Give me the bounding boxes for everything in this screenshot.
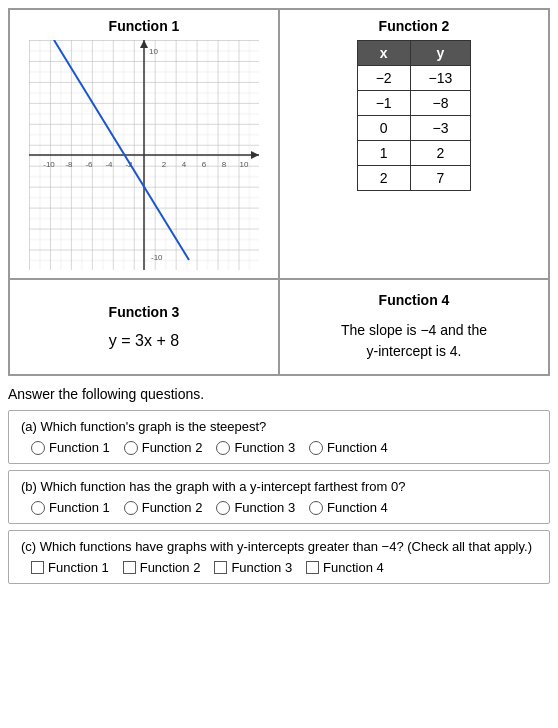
svg-text:2: 2: [162, 160, 167, 169]
function4-title: Function 4: [379, 292, 450, 308]
svg-text:-8: -8: [65, 160, 73, 169]
option-a-4[interactable]: Function 4: [309, 440, 388, 455]
cell-y: 2: [410, 141, 471, 166]
cell-x: 1: [357, 141, 410, 166]
options-row-c: Function 1Function 2Function 3Function 4: [21, 560, 537, 575]
question-text-a: (a) Which function's graph is the steepe…: [21, 419, 537, 434]
function4-cell: Function 4 The slope is −4 and the y-int…: [279, 279, 549, 375]
question-text-c: (c) Which functions have graphs with y-i…: [21, 539, 537, 554]
svg-text:-4: -4: [105, 160, 113, 169]
option-c-2[interactable]: Function 2: [123, 560, 201, 575]
answer-section: Answer the following questions. (a) Whic…: [8, 386, 550, 584]
options-row-b: Function 1Function 2Function 3Function 4: [21, 500, 537, 515]
checkbox-c-1[interactable]: [31, 561, 44, 574]
radio-a-4[interactable]: [309, 441, 323, 455]
option-label-b-3: Function 3: [234, 500, 295, 515]
questions-container: (a) Which function's graph is the steepe…: [8, 410, 550, 584]
cell-y: −13: [410, 66, 471, 91]
function3-title: Function 3: [109, 304, 180, 320]
radio-b-1[interactable]: [31, 501, 45, 515]
col-x-header: x: [357, 41, 410, 66]
radio-b-2[interactable]: [124, 501, 138, 515]
svg-text:4: 4: [182, 160, 187, 169]
checkbox-c-2[interactable]: [123, 561, 136, 574]
table-row: −2−13: [357, 66, 471, 91]
option-a-2[interactable]: Function 2: [124, 440, 203, 455]
radio-b-4[interactable]: [309, 501, 323, 515]
radio-a-3[interactable]: [216, 441, 230, 455]
option-b-3[interactable]: Function 3: [216, 500, 295, 515]
graph-svg: -10 -8 -6 -4 -2 2 4 6 8 10 10 -10: [29, 40, 259, 270]
functions-grid: Function 1: [8, 8, 550, 376]
radio-a-1[interactable]: [31, 441, 45, 455]
option-label-c-2: Function 2: [140, 560, 201, 575]
option-c-4[interactable]: Function 4: [306, 560, 384, 575]
option-label-c-1: Function 1: [48, 560, 109, 575]
question-box-a: (a) Which function's graph is the steepe…: [8, 410, 550, 464]
function2-title: Function 2: [379, 18, 450, 34]
checkbox-c-4[interactable]: [306, 561, 319, 574]
option-b-4[interactable]: Function 4: [309, 500, 388, 515]
radio-b-3[interactable]: [216, 501, 230, 515]
option-b-1[interactable]: Function 1: [31, 500, 110, 515]
svg-text:10: 10: [149, 47, 158, 56]
function3-cell: Function 3 y = 3x + 8: [9, 279, 279, 375]
answer-prompt: Answer the following questions.: [8, 386, 550, 402]
cell-x: −1: [357, 91, 410, 116]
options-row-a: Function 1Function 2Function 3Function 4: [21, 440, 537, 455]
cell-x: −2: [357, 66, 410, 91]
svg-text:10: 10: [240, 160, 249, 169]
cell-y: 7: [410, 166, 471, 191]
col-y-header: y: [410, 41, 471, 66]
question-text-b: (b) Which function has the graph with a …: [21, 479, 537, 494]
svg-text:-10: -10: [43, 160, 55, 169]
option-b-2[interactable]: Function 2: [124, 500, 203, 515]
radio-a-2[interactable]: [124, 441, 138, 455]
svg-text:-6: -6: [85, 160, 93, 169]
option-label-a-2: Function 2: [142, 440, 203, 455]
option-label-a-1: Function 1: [49, 440, 110, 455]
function1-cell: Function 1: [9, 9, 279, 279]
option-label-a-3: Function 3: [234, 440, 295, 455]
option-label-b-2: Function 2: [142, 500, 203, 515]
option-c-3[interactable]: Function 3: [214, 560, 292, 575]
function4-description: The slope is −4 and the y-intercept is 4…: [341, 320, 487, 362]
cell-x: 0: [357, 116, 410, 141]
function1-title: Function 1: [109, 18, 180, 34]
table-row: 0−3: [357, 116, 471, 141]
option-label-b-4: Function 4: [327, 500, 388, 515]
question-box-c: (c) Which functions have graphs with y-i…: [8, 530, 550, 584]
option-c-1[interactable]: Function 1: [31, 560, 109, 575]
svg-text:8: 8: [222, 160, 227, 169]
question-box-b: (b) Which function has the graph with a …: [8, 470, 550, 524]
table-row: −1−8: [357, 91, 471, 116]
cell-y: −8: [410, 91, 471, 116]
cell-x: 2: [357, 166, 410, 191]
checkbox-c-3[interactable]: [214, 561, 227, 574]
option-label-c-4: Function 4: [323, 560, 384, 575]
table-row: 27: [357, 166, 471, 191]
option-a-1[interactable]: Function 1: [31, 440, 110, 455]
option-a-3[interactable]: Function 3: [216, 440, 295, 455]
function1-graph: -10 -8 -6 -4 -2 2 4 6 8 10 10 -10: [29, 40, 259, 270]
svg-text:6: 6: [202, 160, 207, 169]
function2-table: x y −2−13−1−80−31227: [357, 40, 472, 191]
function3-equation: y = 3x + 8: [109, 332, 179, 350]
svg-text:-10: -10: [151, 253, 163, 262]
option-label-c-3: Function 3: [231, 560, 292, 575]
table-row: 12: [357, 141, 471, 166]
cell-y: −3: [410, 116, 471, 141]
option-label-a-4: Function 4: [327, 440, 388, 455]
option-label-b-1: Function 1: [49, 500, 110, 515]
function2-cell: Function 2 x y −2−13−1−80−31227: [279, 9, 549, 279]
